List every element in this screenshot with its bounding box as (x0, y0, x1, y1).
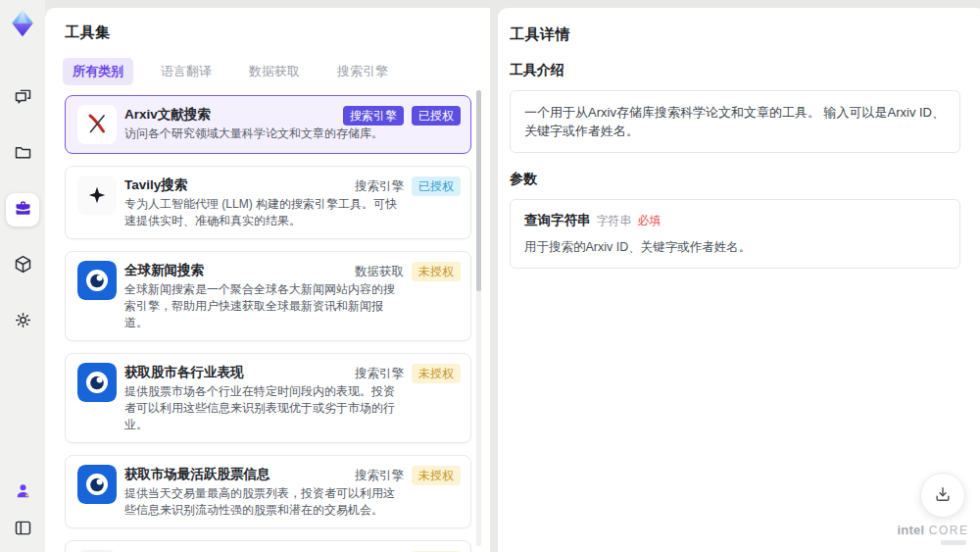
auth-status-badge: 已授权 (412, 106, 461, 125)
folder-icon (13, 142, 33, 166)
settings-icon (13, 310, 33, 333)
tool-description: 提供当天交易量最高的股票列表，投资者可以利用这些信息来识别流动性强的股票和潜在的… (124, 485, 401, 519)
param-name: 查询字符串 (524, 212, 591, 229)
param-required-badge: 必填 (638, 213, 662, 229)
category-badge: 搜索引擎 (343, 106, 404, 125)
category-tabs: 所有类别 语言翻译 数据获取 搜索引擎 (63, 58, 490, 85)
sidebar-item-chat[interactable] (6, 81, 39, 115)
tool-detail-panel: 工具详情 工具介绍 一个用于从Arxiv存储库搜索科学论文和文章的工具。 输入可… (498, 8, 980, 552)
cube-icon (13, 254, 33, 277)
intro-box: 一个用于从Arxiv存储库搜索科学论文和文章的工具。 输入可以是Arxiv ID… (510, 90, 960, 153)
tab-search-engine[interactable]: 搜索引擎 (327, 58, 398, 85)
tool-description: 全球新闻搜索是一个聚合全球各大新闻网站内容的搜索引擎，帮助用户快速获取全球最新资… (124, 281, 401, 331)
auth-status-badge: 已授权 (412, 176, 461, 196)
page-title: 工具集 (65, 24, 490, 42)
sidebar-nav (6, 81, 39, 338)
tab-data-fetch[interactable]: 数据获取 (239, 58, 310, 85)
sidebar-item-user[interactable] (6, 479, 39, 505)
tool-description: 提供股票市场各个行业在特定时间段内的表现。投资者可以利用这些信息来识别表现优于或… (124, 383, 401, 433)
app-logo-icon[interactable] (6, 7, 39, 40)
auth-status-badge: 未授权 (412, 262, 461, 281)
param-box: 查询字符串 字符串 必填 用于搜索的Arxiv ID、关键字或作者姓名。 (510, 199, 960, 269)
tool-description: 访问各个研究领域大量科学论文和文章的存储库。 (124, 125, 401, 142)
tool-card-tavily[interactable]: Tavily搜索 专为人工智能代理 (LLM) 构建的搜索引擎工具。可快速提供实… (65, 166, 471, 239)
arxiv-icon (77, 105, 117, 144)
tool-card-active-stocks[interactable]: 获取市场最活跃股票信息 提供当天交易量最高的股票列表，投资者可以利用这些信息来识… (65, 455, 471, 528)
active-stocks-icon (77, 465, 117, 504)
sidebar-bottom (0, 479, 45, 542)
sidebar-item-tools[interactable] (6, 193, 39, 226)
scrollbar-track[interactable] (476, 90, 481, 546)
intro-heading: 工具介绍 (510, 62, 960, 79)
auth-status-badge: 未授权 (412, 466, 461, 485)
brand-subtext-bar (941, 540, 966, 545)
toolbox-icon (13, 198, 33, 222)
tab-all-categories[interactable]: 所有类别 (63, 58, 133, 85)
sidebar-item-files[interactable] (6, 137, 39, 171)
category-label: 搜索引擎 (355, 468, 404, 484)
sidebar-item-settings[interactable] (6, 305, 39, 338)
tab-language-translation[interactable]: 语言翻译 (151, 58, 221, 85)
scrollbar-thumb[interactable] (476, 90, 481, 291)
collapse-panel-icon (13, 518, 33, 541)
brand-intel: intel (898, 523, 925, 537)
tool-list: Arxiv文献搜索 访问各个研究领域大量科学论文和文章的存储库。 搜索引擎 已授… (65, 95, 471, 552)
tool-card-stock-sector[interactable]: 获取股市各行业表现 提供股票市场各个行业在特定时间段内的表现。投资者可以利用这些… (65, 353, 471, 443)
tool-list-panel: 工具集 所有类别 语言翻译 数据获取 搜索引擎 Arxiv文献搜索 访问 (45, 8, 490, 552)
download-button[interactable] (920, 473, 965, 518)
category-label: 数据获取 (355, 264, 404, 280)
detail-title: 工具详情 (510, 25, 960, 44)
auth-status-badge: 未授权 (412, 364, 461, 383)
tool-card-global-news[interactable]: 全球新闻搜索 全球新闻搜索是一个聚合全球各大新闻网站内容的搜索引擎，帮助用户快速… (65, 251, 471, 341)
param-type: 字符串 (597, 213, 632, 229)
intro-text: 一个用于从Arxiv存储库搜索科学论文和文章的工具。 输入可以是Arxiv ID… (524, 103, 946, 140)
brand-core: CORE (929, 524, 969, 537)
news-search-icon (77, 261, 117, 300)
tool-description: 专为人工智能代理 (LLM) 构建的搜索引擎工具。可快速提供实时、准确和真实的结… (124, 196, 401, 229)
params-heading: 参数 (510, 171, 960, 188)
sidebar-item-plugins[interactable] (6, 249, 39, 282)
tool-card-arxiv[interactable]: Arxiv文献搜索 访问各个研究领域大量科学论文和文章的存储库。 搜索引擎 已授… (65, 95, 471, 154)
category-label: 搜索引擎 (355, 366, 404, 382)
download-icon (933, 484, 953, 507)
tavily-icon (77, 176, 117, 215)
category-label: 搜索引擎 (355, 178, 404, 195)
intel-core-logo: intel CORE (896, 521, 970, 545)
app-root: 工具集 所有类别 语言翻译 数据获取 搜索引擎 Arxiv文献搜索 访问 (0, 0, 980, 552)
sidebar (0, 0, 45, 552)
stock-sector-icon (77, 363, 117, 402)
tool-card-regional-news[interactable]: 万维地区新闻查询 查询具体行政区划内的新闻，快速了解各地新闻动 搜索引擎 未授权 (65, 540, 471, 552)
sidebar-item-collapse[interactable] (6, 517, 39, 542)
chat-icon (13, 86, 33, 110)
user-icon (13, 480, 33, 504)
param-description: 用于搜索的Arxiv ID、关键字或作者姓名。 (524, 238, 946, 256)
